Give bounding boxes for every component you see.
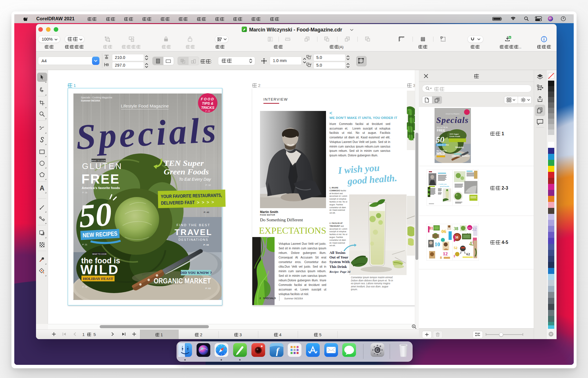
- svg-text:FREE: FREE: [437, 129, 445, 132]
- svg-text:P: 16: P: 16: [82, 191, 87, 194]
- svg-text:44: 44: [453, 255, 456, 257]
- svg-text:Green Foods: Green Foods: [449, 135, 460, 138]
- svg-text:38: 38: [455, 235, 458, 239]
- svg-text:WILD: WILD: [80, 262, 119, 277]
- svg-text:12: 12: [443, 251, 448, 256]
- svg-text:> > > >: > > > >: [197, 200, 215, 205]
- svg-text:GLUTEN: GLUTEN: [437, 126, 448, 129]
- svg-text:tasty: tasty: [468, 227, 471, 229]
- svg-text:10: 10: [435, 241, 440, 247]
- svg-text:Specials - Cooking Magazine: Specials - Cooking Magazine: [81, 96, 112, 99]
- svg-text:P: 21: P: 21: [82, 243, 87, 246]
- svg-text:I wish you: I wish you: [438, 183, 447, 185]
- svg-text:FOOD: FOOD: [201, 97, 215, 101]
- svg-text:WILD: WILD: [436, 152, 445, 156]
- svg-text:TEN Super: TEN Super: [449, 133, 459, 135]
- svg-text:52: 52: [454, 246, 457, 250]
- svg-text:TRAVEL: TRAVEL: [175, 228, 212, 237]
- svg-text:01: 01: [429, 226, 433, 230]
- svg-text:Lifestyle Food Magazine: Lifestyle Food Magazine: [121, 104, 169, 108]
- svg-text:06: 06: [441, 229, 446, 234]
- svg-text:GLUTEN: GLUTEN: [82, 162, 123, 171]
- svg-text:FREE: FREE: [81, 172, 120, 186]
- svg-text:Lifestyle Food Magazine: Lifestyle Food Magazine: [446, 113, 460, 115]
- svg-text:NEW RECIPES: NEW RECIPES: [437, 144, 449, 146]
- svg-text:x: x: [310, 55, 311, 57]
- svg-text:62: 62: [466, 252, 470, 256]
- svg-text:Summer 06/2054: Summer 06/2054: [81, 99, 100, 102]
- svg-text:To Eat Every Day: To Eat Every Day: [179, 177, 211, 182]
- svg-text:FIND THE BEST: FIND THE BEST: [177, 223, 211, 227]
- svg-text:DELIVERED FAST: DELIVERED FAST: [161, 200, 195, 205]
- svg-text:DID YOU KNOW ?: DID YOU KNOW ?: [180, 270, 212, 275]
- svg-text:TIPS &: TIPS &: [202, 102, 213, 106]
- svg-text:P: 32: P: 32: [205, 184, 211, 186]
- svg-text:P: 28: P: 28: [82, 286, 87, 288]
- svg-text:Green Foods: Green Foods: [164, 168, 209, 176]
- svg-text:8: 8: [440, 255, 442, 260]
- svg-text:good health.: good health.: [440, 185, 450, 187]
- svg-text:HOLIDAY FEAST: HOLIDAY FEAST: [83, 276, 113, 281]
- svg-text:50: 50: [78, 196, 113, 234]
- svg-text:P: 40: P: 40: [204, 211, 209, 214]
- svg-text:TRICKS: TRICKS: [201, 106, 215, 110]
- svg-text:DESTINATIONS: DESTINATIONS: [179, 238, 208, 241]
- svg-text:America's favorite foods: America's favorite foods: [82, 186, 120, 190]
- svg-text:P: 44: P: 44: [203, 244, 209, 246]
- svg-text:WHAT TO COOK: WHAT TO COOK: [91, 160, 106, 162]
- svg-text:y: y: [310, 63, 311, 65]
- svg-text:P: 62: P: 62: [205, 287, 211, 290]
- svg-text:ORGANIC MARKET: ORGANIC MARKET: [452, 155, 471, 157]
- svg-text:38: 38: [454, 226, 458, 231]
- svg-text:ORGANIC MARKET: ORGANIC MARKET: [154, 276, 211, 285]
- svg-text:TEN Super: TEN Super: [164, 159, 204, 168]
- svg-text:WHAT TO COOK: WHAT TO COOK: [92, 253, 107, 255]
- svg-text:TRAVEL: TRAVEL: [455, 146, 464, 149]
- svg-text:50: 50: [436, 135, 444, 144]
